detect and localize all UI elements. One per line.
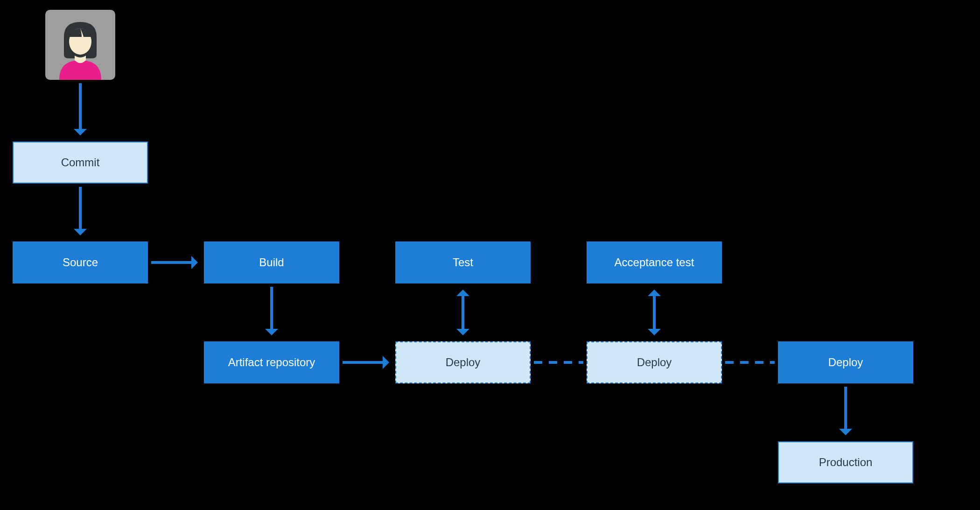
node-deploy-1: Deploy [395, 341, 531, 383]
svg-marker-17 [648, 329, 661, 335]
node-commit: Commit [13, 142, 148, 184]
person-icon [45, 10, 115, 80]
node-production: Production [778, 441, 913, 483]
node-test: Test [395, 241, 531, 283]
label: Build [259, 256, 284, 269]
node-build: Build [204, 241, 339, 283]
svg-marker-7 [191, 256, 198, 269]
svg-marker-21 [839, 429, 852, 435]
label: Test [453, 256, 473, 269]
node-deploy-2: Deploy [587, 341, 722, 383]
node-acceptance: Acceptance test [587, 241, 722, 283]
svg-marker-14 [456, 329, 469, 335]
node-source: Source [13, 241, 148, 283]
label: Deploy [828, 356, 863, 369]
label: Production [819, 456, 873, 469]
node-artifact: Artifact repository [204, 341, 339, 383]
svg-marker-16 [648, 290, 661, 296]
label: Deploy [637, 356, 672, 369]
label: Deploy [446, 356, 481, 369]
svg-marker-3 [74, 129, 87, 135]
svg-marker-9 [265, 329, 278, 335]
user-avatar [45, 10, 115, 80]
svg-marker-11 [383, 356, 389, 369]
svg-marker-5 [74, 229, 87, 235]
label: Acceptance test [615, 256, 694, 269]
label: Source [63, 256, 98, 269]
label: Artifact repository [228, 356, 315, 369]
node-deploy-final: Deploy [778, 341, 913, 383]
svg-marker-13 [456, 290, 469, 296]
label: Commit [61, 156, 100, 169]
pipeline-diagram: Commit Source Build Artifact repository … [0, 0, 980, 510]
